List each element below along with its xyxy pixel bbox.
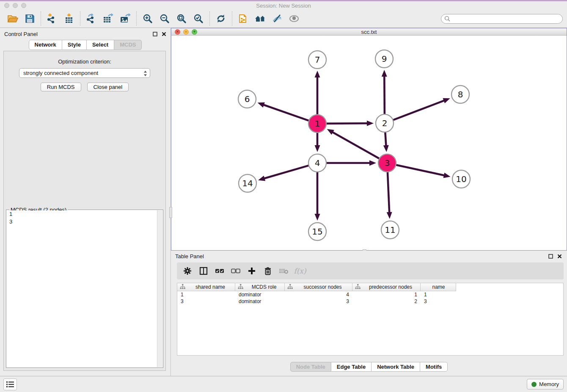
graph-edge-2-9[interactable]: [384, 74, 385, 114]
mcds-panel: Optimization criterion: strongly connect…: [3, 51, 166, 371]
tab-style[interactable]: Style: [62, 40, 87, 50]
close-panel-button[interactable]: Close panel: [87, 83, 129, 91]
table-cell[interactable]: 4: [285, 291, 352, 298]
graph-node-3[interactable]: 3: [378, 154, 396, 172]
export-table-icon[interactable]: [100, 11, 117, 26]
import-table-icon[interactable]: [61, 11, 77, 26]
table-cell[interactable]: dominator: [235, 298, 285, 305]
graph-edge-3-10[interactable]: [396, 165, 447, 176]
tab-network-table[interactable]: Network Table: [372, 362, 420, 372]
table-cell[interactable]: 1: [421, 291, 456, 298]
graph-edge-3-11[interactable]: [388, 172, 389, 215]
graph-edge-1-2[interactable]: [326, 123, 369, 124]
view-maximize-icon[interactable]: +: [192, 29, 197, 35]
search-input[interactable]: [441, 14, 563, 24]
graph-arrow-3-11: [387, 212, 392, 219]
table-tabs: Node TableEdge TableNetwork TableMotifs: [171, 362, 567, 372]
graph-arrow-4-14: [258, 176, 265, 181]
graph-node-11[interactable]: 11: [381, 221, 399, 239]
graph-edge-4-14[interactable]: [262, 166, 309, 179]
table-cell[interactable]: 1: [352, 291, 421, 298]
memory-button[interactable]: Memory: [527, 379, 564, 389]
select-all-icon[interactable]: [212, 264, 227, 278]
graph-arrow-1-7: [315, 71, 320, 77]
gear-icon[interactable]: [180, 264, 195, 278]
table-cell[interactable]: 3: [421, 298, 456, 305]
graph-arrow-2-3: [383, 145, 389, 152]
table-cell[interactable]: dominator: [235, 291, 285, 298]
export-network-icon[interactable]: [83, 11, 100, 26]
network-graph[interactable]: 7968124314101511: [171, 36, 567, 248]
close-table-panel-icon[interactable]: [557, 254, 562, 259]
main-toolbar: [0, 10, 567, 28]
tree-icon: [287, 284, 293, 290]
column-header-name[interactable]: name: [421, 283, 456, 291]
add-icon[interactable]: [245, 264, 259, 278]
graph-edge-3-1[interactable]: [330, 131, 380, 158]
graph-node-14[interactable]: 14: [239, 174, 256, 192]
tab-select[interactable]: Select: [87, 40, 114, 50]
graph-node-2[interactable]: 2: [376, 114, 394, 132]
network-view-titlebar[interactable]: scc.txt ✕ − +: [171, 28, 567, 36]
column-header-predecessor-nodes[interactable]: predecessor nodes: [352, 283, 421, 291]
result-scrollbar[interactable]: [157, 210, 162, 367]
deselect-all-icon[interactable]: [228, 264, 243, 278]
apply-layout-icon[interactable]: [212, 11, 229, 26]
open-folder-icon[interactable]: [4, 11, 21, 26]
table-header-row: shared nameMCDS rolesuccessor nodesprede…: [177, 283, 563, 291]
tab-mcds[interactable]: MCDS: [114, 40, 142, 50]
column-header-shared-name[interactable]: shared name: [177, 283, 235, 291]
graph-arrow-2-8: [443, 98, 450, 103]
graph-node-10[interactable]: 10: [452, 170, 470, 188]
task-history-button[interactable]: [3, 378, 17, 390]
graph-node-6[interactable]: 6: [238, 90, 256, 108]
table-cell[interactable]: 3: [177, 298, 235, 305]
graph-node-1[interactable]: 1: [308, 115, 326, 133]
zoom-out-icon[interactable]: [156, 11, 173, 26]
graph-node-7[interactable]: 7: [308, 51, 326, 69]
status-bar: Memory: [0, 376, 567, 392]
column-header-successor-nodes[interactable]: successor nodes: [285, 283, 352, 291]
export-image-icon[interactable]: [117, 11, 134, 26]
table-panel-title: Table Panel: [175, 253, 204, 259]
new-network-file-icon[interactable]: [235, 11, 252, 26]
graph-edge-2-8[interactable]: [393, 100, 446, 120]
show-eye-icon[interactable]: [286, 11, 303, 26]
tab-motifs[interactable]: Motifs: [420, 362, 448, 372]
float-table-panel-icon[interactable]: [548, 254, 553, 259]
optimization-criterion-select[interactable]: strongly connected component: [19, 68, 150, 78]
zoom-in-icon[interactable]: [139, 11, 156, 26]
hide-panels-icon[interactable]: [269, 11, 286, 26]
table-row[interactable]: 3dominator323: [177, 298, 563, 305]
zoom-fit-icon[interactable]: [173, 11, 190, 26]
home-icon[interactable]: [252, 11, 269, 26]
zoom-selected-icon[interactable]: [190, 11, 207, 26]
column-header-MCDS-role[interactable]: MCDS role: [235, 283, 285, 291]
mcds-result-list[interactable]: 13: [7, 210, 157, 367]
delete-icon[interactable]: [261, 264, 275, 278]
table-cell[interactable]: 1: [177, 291, 235, 298]
view-minimize-icon[interactable]: −: [183, 29, 189, 35]
view-close-icon[interactable]: ✕: [175, 29, 180, 35]
graph-node-4[interactable]: 4: [308, 154, 326, 172]
import-network-icon[interactable]: [44, 11, 61, 26]
save-icon[interactable]: [21, 11, 38, 26]
table-cell[interactable]: 2: [352, 298, 421, 305]
graph-node-15[interactable]: 15: [308, 223, 326, 240]
optimization-criterion-label: Optimization criterion:: [4, 58, 165, 65]
table-cell[interactable]: 3: [285, 298, 352, 305]
graph-node-8[interactable]: 8: [451, 86, 469, 103]
panel-divider-handle[interactable]: [169, 207, 172, 218]
network-canvas[interactable]: 7968124314101511: [171, 36, 567, 250]
float-panel-icon[interactable]: [153, 32, 157, 36]
result-line: 3: [7, 218, 157, 226]
run-mcds-button[interactable]: Run MCDS: [41, 83, 81, 91]
table-row[interactable]: 1dominator411: [177, 291, 563, 298]
graph-edge-1-6[interactable]: [261, 104, 309, 121]
tab-network[interactable]: Network: [29, 40, 62, 50]
tab-node-table[interactable]: Node Table: [290, 362, 331, 372]
tab-edge-table[interactable]: Edge Table: [331, 362, 372, 372]
close-panel-icon[interactable]: [162, 32, 166, 36]
graph-node-9[interactable]: 9: [375, 50, 393, 68]
column-icon[interactable]: [196, 264, 211, 278]
